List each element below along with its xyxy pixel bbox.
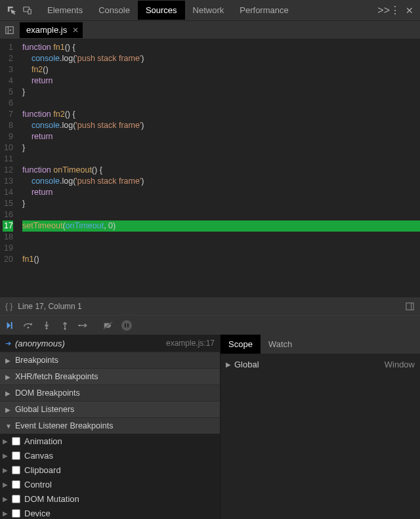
svg-point-9 — [46, 327, 48, 329]
more-tabs-icon[interactable]: >> — [377, 5, 390, 16]
scope-watch-tabs: ScopeWatch — [220, 335, 420, 354]
section-label: Event Listener Breakpoints — [15, 421, 113, 430]
tab-network[interactable]: Network — [185, 1, 232, 20]
section-label: Breakpoints — [15, 356, 58, 365]
cursor-position: Line 17, Column 1 — [18, 302, 81, 311]
event-category-device[interactable]: ▶Device — [0, 506, 220, 519]
chevron-right-icon: ▶ — [5, 390, 12, 397]
debugger-right-panel: ScopeWatch ▶GlobalWindow — [220, 335, 420, 519]
event-category-canvas[interactable]: ▶Canvas — [0, 448, 220, 463]
resume-icon[interactable] — [4, 320, 16, 331]
step-over-icon[interactable] — [22, 320, 34, 331]
chevron-right-icon: ▶ — [3, 495, 9, 503]
callstack-frame[interactable]: ➔ (anonymous) example.js:17 — [0, 335, 220, 352]
section-breakpoints[interactable]: ▶Breakpoints — [0, 352, 220, 368]
chevron-down-icon: ▼ — [5, 423, 12, 430]
section-xhr-fetch-breakpoints[interactable]: ▶XHR/fetch Breakpoints — [0, 368, 220, 384]
tab-console[interactable]: Console — [91, 1, 138, 20]
event-category-checkbox[interactable] — [12, 466, 20, 474]
debugger-left-panel: ➔ (anonymous) example.js:17 ▶Breakpoints… — [0, 335, 220, 519]
deactivate-breakpoints-icon[interactable] — [102, 320, 114, 331]
step-into-icon[interactable] — [41, 320, 52, 331]
tab-elements[interactable]: Elements — [39, 1, 91, 20]
tab-sources[interactable]: Sources — [138, 1, 185, 20]
debugger-toolbar — [0, 315, 420, 335]
svg-rect-1 — [28, 9, 31, 14]
callstack-frame-location: example.js:17 — [166, 339, 215, 348]
svg-point-13 — [78, 324, 80, 326]
event-category-label: Animation — [24, 436, 62, 446]
close-devtools-icon[interactable]: ✕ — [406, 5, 413, 16]
current-frame-icon: ➔ — [5, 339, 11, 348]
show-navigator-icon[interactable] — [4, 24, 16, 36]
svg-rect-16 — [127, 323, 129, 327]
devtools-tabbar: ElementsConsoleSourcesNetworkPerformance… — [0, 0, 420, 21]
section-label: Global Listeners — [15, 405, 74, 414]
event-category-label: DOM Mutation — [24, 494, 79, 504]
device-toggle-icon[interactable] — [22, 5, 33, 16]
event-category-label: Device — [24, 509, 51, 518]
event-category-animation[interactable]: ▶Animation — [0, 434, 220, 448]
event-category-clipboard[interactable]: ▶Clipboard — [0, 463, 220, 477]
scope-key: Global — [234, 360, 385, 369]
scope-tab-scope[interactable]: Scope — [220, 335, 261, 354]
svg-rect-4 — [406, 302, 413, 310]
section-dom-breakpoints[interactable]: ▶DOM Breakpoints — [0, 384, 220, 401]
code-editor[interactable]: 1234567891011121314151617181920 function… — [0, 39, 420, 297]
editor-statusbar: { } Line 17, Column 1 — [0, 297, 420, 315]
svg-point-7 — [28, 326, 30, 328]
chevron-right-icon: ▶ — [5, 373, 12, 381]
chevron-right-icon: ▶ — [5, 406, 12, 413]
step-out-icon[interactable] — [59, 320, 71, 331]
event-category-checkbox[interactable] — [12, 437, 20, 446]
section-event-listener-breakpoints[interactable]: ▼Event Listener Breakpoints — [0, 417, 220, 434]
close-icon[interactable]: ✕ — [72, 26, 79, 35]
chevron-right-icon: ▶ — [3, 452, 9, 459]
section-label: XHR/fetch Breakpoints — [15, 372, 98, 381]
event-category-dom-mutation[interactable]: ▶DOM Mutation — [0, 491, 220, 506]
chevron-right-icon: ▶ — [226, 361, 231, 368]
callstack-frame-name: (anonymous) — [15, 339, 166, 348]
chevron-right-icon: ▶ — [5, 357, 12, 364]
event-category-label: Canvas — [24, 451, 53, 461]
event-category-checkbox[interactable] — [12, 480, 20, 489]
section-label: DOM Breakpoints — [15, 388, 80, 398]
file-tab[interactable]: example.js ✕ — [20, 22, 83, 38]
chevron-right-icon: ▶ — [3, 481, 9, 488]
scope-tab-watch[interactable]: Watch — [261, 335, 300, 354]
code-content: function fn1() { console.log('push stack… — [17, 39, 420, 297]
tab-performance[interactable]: Performance — [232, 1, 296, 20]
scope-value: Window — [385, 360, 415, 369]
file-tab-name: example.js — [26, 25, 67, 35]
debugger-lower-panel: ➔ (anonymous) example.js:17 ▶Breakpoints… — [0, 335, 420, 519]
scope-item[interactable]: ▶GlobalWindow — [226, 357, 415, 371]
pretty-print-icon[interactable]: { } — [5, 302, 12, 311]
inspect-icon[interactable] — [7, 5, 17, 16]
chevron-right-icon: ▶ — [3, 510, 9, 517]
event-category-label: Control — [24, 480, 52, 489]
chevron-right-icon: ▶ — [3, 467, 9, 474]
file-tab-bar: example.js ✕ — [0, 21, 420, 39]
event-category-checkbox[interactable] — [12, 509, 20, 518]
step-icon[interactable] — [77, 320, 89, 331]
svg-rect-15 — [125, 323, 126, 327]
event-category-control[interactable]: ▶Control — [0, 477, 220, 491]
pause-on-exceptions-icon[interactable] — [121, 320, 133, 331]
event-category-label: Clipboard — [24, 465, 61, 475]
event-category-checkbox[interactable] — [12, 451, 20, 460]
chevron-right-icon: ▶ — [3, 438, 9, 445]
section-global-listeners[interactable]: ▶Global Listeners — [0, 401, 220, 417]
main-tabs: ElementsConsoleSourcesNetworkPerformance — [39, 1, 377, 20]
svg-rect-6 — [11, 322, 12, 329]
sidebar-toggle-icon[interactable] — [406, 302, 415, 311]
event-category-checkbox[interactable] — [12, 495, 20, 503]
kebab-menu-icon[interactable]: ⋮ — [390, 5, 400, 16]
line-gutter: 1234567891011121314151617181920 — [0, 39, 17, 297]
svg-point-11 — [64, 327, 66, 329]
